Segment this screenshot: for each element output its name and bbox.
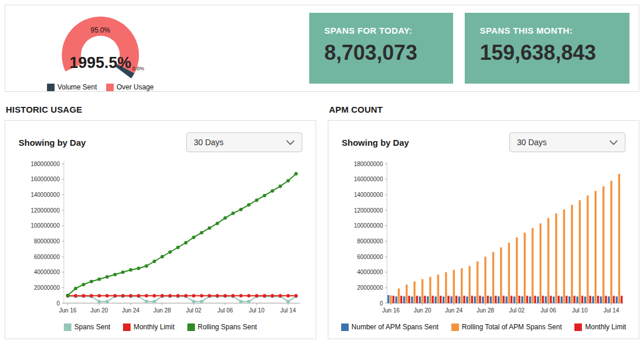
apm-chart-title: Showing by Day xyxy=(342,138,409,148)
svg-text:160000000: 160000000 xyxy=(31,176,60,182)
legend-swatch xyxy=(451,323,459,331)
apm-count-heading: APM COUNT xyxy=(329,105,639,114)
historic-usage-chart: 0200000004000000060000000800000001000000… xyxy=(14,157,307,321)
svg-text:120000000: 120000000 xyxy=(31,207,60,214)
dashboard-page: 95.0% 1995.5% 0.0% Volume Sent Over Usag… xyxy=(0,0,644,344)
historic-chart-legend: Spans SentMonthly LimitRolling Spans Sen… xyxy=(14,323,307,331)
legend-label: Rolling Spans Sent xyxy=(198,323,257,331)
historic-range-value: 30 Days xyxy=(194,138,223,147)
apm-range-value: 30 Days xyxy=(517,138,547,147)
svg-text:Jul 10: Jul 10 xyxy=(572,307,588,314)
spans-month-card: SPANS THIS MONTH: 159,638,843 xyxy=(465,13,629,84)
legend-label: Volume Sent xyxy=(57,83,97,91)
historic-usage-section: HISTORIC USAGE Showing by Day 30 Days 02… xyxy=(5,92,316,339)
charts-row: HISTORIC USAGE Showing by Day 30 Days 02… xyxy=(5,92,639,339)
svg-text:80000000: 80000000 xyxy=(34,238,60,244)
over-usage-swatch xyxy=(106,84,114,91)
svg-text:100000000: 100000000 xyxy=(354,222,383,229)
svg-text:Jun 16: Jun 16 xyxy=(59,307,77,314)
historic-usage-card: Showing by Day 30 Days 02000000040000000… xyxy=(5,120,316,339)
legend-item[interactable]: Spans Sent xyxy=(64,323,110,331)
legend-swatch xyxy=(64,323,71,331)
svg-text:Jul 02: Jul 02 xyxy=(186,307,202,314)
spans-today-value: 8,703,073 xyxy=(324,41,438,65)
svg-text:20000000: 20000000 xyxy=(357,285,383,291)
legend-item[interactable]: Monthly Limit xyxy=(123,323,175,331)
legend-item[interactable]: Rolling Total of APM Spans Sent xyxy=(451,323,562,331)
historic-chart-title: Showing by Day xyxy=(19,138,86,148)
chevron-down-icon xyxy=(609,140,618,145)
svg-text:180000000: 180000000 xyxy=(354,161,383,167)
svg-text:Jun 16: Jun 16 xyxy=(382,307,400,314)
stat-cards: SPANS FOR TODAY: 8,703,073 SPANS THIS MO… xyxy=(309,13,629,84)
summary-card: 95.0% 1995.5% 0.0% Volume Sent Over Usag… xyxy=(5,5,639,92)
svg-text:Jun 28: Jun 28 xyxy=(477,307,494,314)
svg-text:Jun 24: Jun 24 xyxy=(122,307,139,314)
legend-swatch xyxy=(123,323,131,331)
svg-text:100000000: 100000000 xyxy=(31,222,60,229)
svg-text:Jul 06: Jul 06 xyxy=(541,307,556,314)
svg-text:Jun 28: Jun 28 xyxy=(154,307,171,314)
historic-usage-heading: HISTORIC USAGE xyxy=(6,105,316,114)
spans-month-title: SPANS THIS MONTH: xyxy=(480,26,614,35)
apm-range-select[interactable]: 30 Days xyxy=(509,132,625,152)
gauge-legend: Volume Sent Over Usage xyxy=(13,83,187,91)
svg-text:Jul 10: Jul 10 xyxy=(249,307,265,314)
spans-today-card: SPANS FOR TODAY: 8,703,073 xyxy=(309,13,453,84)
svg-text:180000000: 180000000 xyxy=(31,161,60,167)
svg-text:40000000: 40000000 xyxy=(357,269,383,275)
legend-label: Spans Sent xyxy=(74,323,110,331)
spans-month-value: 159,638,843 xyxy=(480,41,614,65)
svg-text:140000000: 140000000 xyxy=(354,192,383,198)
svg-text:60000000: 60000000 xyxy=(34,254,60,260)
gauge-over-percent-label: 0.0% xyxy=(132,66,144,71)
apm-chart-legend: Number of APM Spans SentRolling Total of… xyxy=(337,323,630,331)
legend-label: Rolling Total of APM Spans Sent xyxy=(462,323,562,331)
svg-text:140000000: 140000000 xyxy=(31,192,60,198)
svg-text:Jun 20: Jun 20 xyxy=(414,307,431,314)
gauge-value-label: 1995.5% xyxy=(13,54,187,72)
svg-text:Jul 06: Jul 06 xyxy=(218,307,233,314)
svg-text:Jun 20: Jun 20 xyxy=(91,307,108,314)
svg-text:120000000: 120000000 xyxy=(354,207,383,214)
legend-item[interactable]: Rolling Spans Sent xyxy=(187,323,257,331)
svg-text:0: 0 xyxy=(379,300,383,307)
legend-item[interactable]: Number of APM Spans Sent xyxy=(341,323,439,331)
spans-today-title: SPANS FOR TODAY: xyxy=(324,26,438,35)
volume-sent-swatch xyxy=(47,84,55,91)
svg-text:Jul 14: Jul 14 xyxy=(603,307,619,314)
legend-label: Monthly Limit xyxy=(133,323,175,331)
legend-label: Monthly Limit xyxy=(585,323,626,331)
svg-text:0: 0 xyxy=(56,300,60,307)
apm-count-card: Showing by Day 30 Days 02000000040000000… xyxy=(328,120,639,339)
legend-label: Over Usage xyxy=(117,83,154,91)
svg-text:20000000: 20000000 xyxy=(34,285,60,291)
svg-text:60000000: 60000000 xyxy=(357,254,383,260)
legend-item-over-usage[interactable]: Over Usage xyxy=(106,83,154,91)
usage-gauge: 95.0% 1995.5% 0.0% Volume Sent Over Usag… xyxy=(13,5,187,91)
historic-range-select[interactable]: 30 Days xyxy=(186,132,302,152)
svg-text:40000000: 40000000 xyxy=(34,269,60,275)
gauge-arc-percent-label: 95.0% xyxy=(13,26,187,34)
chevron-down-icon xyxy=(286,140,295,145)
legend-swatch xyxy=(187,323,195,331)
legend-item-volume-sent[interactable]: Volume Sent xyxy=(47,83,97,91)
apm-count-chart: 0200000004000000060000000800000001000000… xyxy=(337,157,630,321)
svg-text:Jul 14: Jul 14 xyxy=(280,307,296,314)
legend-swatch xyxy=(341,323,349,331)
svg-text:80000000: 80000000 xyxy=(357,238,383,244)
legend-item[interactable]: Monthly Limit xyxy=(574,323,626,331)
apm-count-section: APM COUNT Showing by Day 30 Days 0200000… xyxy=(328,92,639,339)
svg-text:160000000: 160000000 xyxy=(354,176,383,182)
svg-text:Jun 24: Jun 24 xyxy=(445,307,462,314)
legend-swatch xyxy=(574,323,582,331)
legend-label: Number of APM Spans Sent xyxy=(352,323,439,331)
svg-text:Jul 02: Jul 02 xyxy=(509,307,525,314)
